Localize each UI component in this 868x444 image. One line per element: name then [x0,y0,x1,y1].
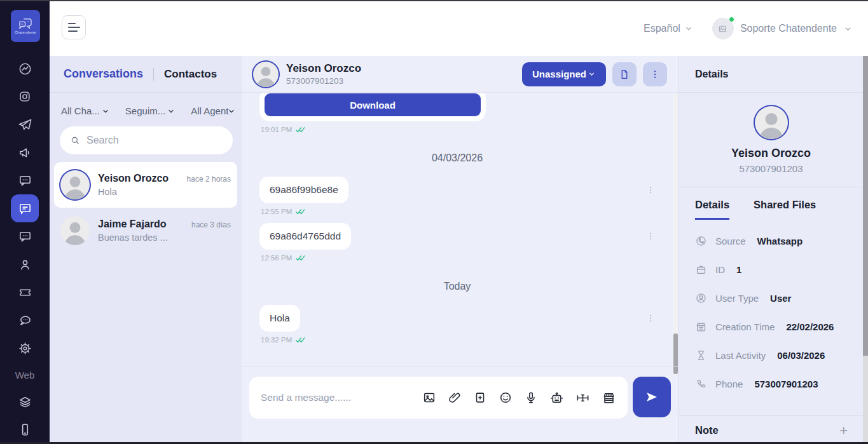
notes-document-button[interactable] [612,62,637,86]
conversation-list: Yeison Orozco hace 2 horas Hola Jaime Fa… [50,162,242,253]
message-composer [242,367,679,444]
megaphone-icon [18,145,32,160]
field-value: User [770,293,791,304]
image-placeholder-icon [717,24,728,34]
menu-toggle-button[interactable] [62,15,86,39]
add-file-icon[interactable] [473,391,487,405]
sidebar-item-chats-alt[interactable] [11,222,39,250]
chat-dots-icon [18,173,32,188]
top-header: Español Soporte Chatendente [50,1,868,56]
sidebar-item-chats[interactable] [11,166,39,194]
composer-icons [422,391,616,405]
chat-scrollbar[interactable] [673,93,678,375]
sidebar-item-broadcast[interactable] [11,138,39,166]
store-icon[interactable] [602,391,616,405]
language-selector[interactable]: Español [644,23,693,34]
chat-contact-avatar [253,62,279,87]
double-check-icon [295,337,305,344]
sidebar-item-telegram[interactable] [11,111,39,138]
message-menu-icon[interactable] [646,232,655,241]
field-phone: Phone 573007901203 [695,378,848,390]
details-panel-title: Details [679,56,863,93]
field-creation-time: Creation Time 22/02/2026 [695,321,848,333]
details-tabs: Details Shared Files [679,187,863,220]
microphone-icon[interactable] [524,391,538,405]
conversation-item-yeison[interactable]: Yeison Orozco hace 2 horas Hola [54,162,237,208]
page-scrollbar-thumb[interactable] [863,56,868,356]
page-scrollbar[interactable] [863,56,868,442]
gear-icon [18,341,32,356]
search-input[interactable] [86,135,223,146]
sidebar-item-instagram[interactable] [11,83,39,111]
sidebar-item-contacts[interactable] [11,250,39,278]
layers-icon [18,394,32,409]
hourglass-icon [695,349,707,361]
sidebar-item-mobile[interactable] [11,415,39,443]
message-row: 69a86f99b6e8e 12:55 PM [259,177,655,215]
double-check-icon [295,126,305,133]
filter-seguimiento-label: Seguim... [125,105,165,116]
profile-name: Yeison Orozco [679,147,863,160]
download-button[interactable]: Download [265,93,481,116]
filter-seguimiento[interactable]: Seguim... [125,105,176,116]
assign-agent-button[interactable]: Unassigned [522,62,606,86]
main-sidebar: Chatendente [0,0,50,444]
sidebar-item-tickets[interactable] [11,278,39,306]
double-check-icon [295,255,305,262]
sidebar-item-layers[interactable] [11,387,39,415]
conversation-preview: Buenas tardes ... [98,232,231,243]
details-panel: Details Yeison Orozco 573007901203 Detai… [679,56,863,444]
chat-more-button[interactable] [643,62,667,86]
field-label: User Type [715,293,759,304]
filter-channels-label: All Cha... [61,105,100,116]
message-meta: 12:56 PM [261,254,351,262]
sidebar-item-messenger[interactable] [11,55,39,83]
note-title: Note [695,424,719,436]
message-menu-icon[interactable] [646,185,655,194]
file-message-bubble: Download [259,93,486,121]
attachment-icon[interactable] [448,391,462,405]
sidebar-item-conversations-active[interactable] [11,194,39,222]
search-icon [70,135,80,146]
user-circle-icon [695,292,707,304]
avatar [60,170,90,199]
emoji-icon[interactable] [499,391,513,405]
send-button[interactable] [633,377,671,417]
header-right: Español Soporte Chatendente [644,1,853,56]
composer-bar [249,377,628,419]
message-input[interactable] [261,392,422,403]
text-field-icon[interactable] [575,391,590,405]
add-note-button[interactable]: + [839,426,848,436]
tab-conversations[interactable]: Conversations [64,67,143,81]
calendar-icon [695,321,707,333]
telegram-icon [18,118,32,132]
tab-contactos[interactable]: Contactos [164,68,217,81]
field-label: Phone [715,379,743,389]
tab-details[interactable]: Details [695,199,729,220]
chevron-down-icon [588,70,596,78]
person-silhouette-icon [253,64,279,87]
chevron-down-icon [843,24,853,34]
sidebar-item-comments[interactable] [11,306,39,334]
tab-divider [153,68,154,81]
avatar [60,216,90,245]
filter-channels[interactable]: All Cha... [61,105,110,116]
mobile-icon [18,422,32,437]
account-menu[interactable]: Soporte Chatendente [712,18,853,39]
conversation-time: hace 3 días [191,220,231,229]
app-logo[interactable]: Chatendente [11,10,40,42]
chat-header: Yeison Orozco 573007901203 Unassigned [242,56,679,93]
message-menu-icon[interactable] [646,314,655,323]
chat-dots-icon [18,229,32,244]
chat-logo-icon [18,18,32,29]
sidebar-item-settings[interactable] [11,334,39,362]
conversation-item-jaime[interactable]: Jaime Fajardo hace 3 días Buenas tardes … [54,208,237,253]
image-attach-icon[interactable] [422,391,436,405]
chatbot-icon[interactable] [549,391,564,405]
message-time: 12:56 PM [261,254,292,262]
logo-label: Chatendente [15,30,36,34]
filter-agents[interactable]: All Agent [191,105,236,116]
conversation-name: Jaime Fajardo [98,219,167,230]
tab-shared-files[interactable]: Shared Files [754,199,816,220]
message-row: 69a86d4765ddd 12:56 PM [259,223,655,262]
